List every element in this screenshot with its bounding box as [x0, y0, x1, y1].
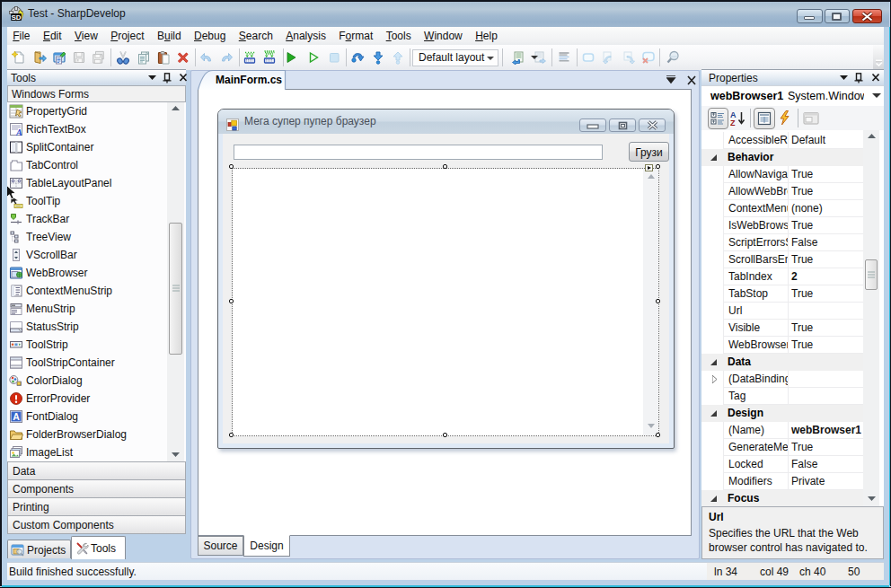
- svg-text:Z: Z: [730, 118, 736, 127]
- svg-text:SD: SD: [11, 13, 21, 22]
- svg-text:A: A: [13, 411, 20, 422]
- svg-text:A: A: [15, 127, 22, 137]
